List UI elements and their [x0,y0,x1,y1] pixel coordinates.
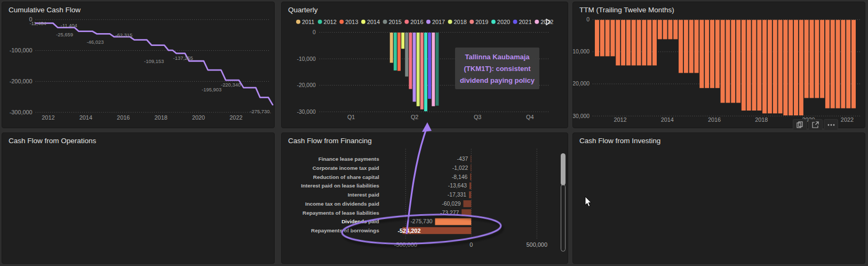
ttm-bar[interactable] [616,20,620,65]
copy-visual-icon[interactable] [793,119,807,130]
ttm-bar[interactable] [783,20,787,115]
more-options-icon[interactable] [824,119,838,130]
bar-2020[interactable] [424,33,427,111]
ttm-bar[interactable] [815,20,819,98]
ttm-bar[interactable] [762,20,767,113]
bar-1[interactable] [471,155,471,162]
ttm-bar[interactable] [799,20,803,115]
legend-item-2016[interactable]: 2016 [404,19,423,25]
bar-2[interactable] [471,165,471,171]
ttm-bar[interactable] [794,20,798,115]
ttm-bar[interactable] [851,20,856,108]
bar-2016[interactable] [409,33,412,89]
ttm-bar[interactable] [846,20,850,108]
ttm-bar[interactable] [673,20,678,39]
financing-hbar-chart[interactable]: Finance lease payments-437Corporate inco… [282,133,568,263]
legend-item-2013[interactable]: 2013 [339,19,358,25]
ttm-bar[interactable] [652,20,657,65]
ttm-bar[interactable] [789,20,793,115]
ttm-bar[interactable] [689,20,694,73]
bar-2019[interactable] [420,33,424,109]
cumulative-line-chart[interactable]: 0-100,000-200,000-300,000201220142016201… [2,2,274,128]
ttm-bar[interactable] [773,20,777,113]
ttm-bar[interactable] [841,20,845,108]
legend-item-2012[interactable]: 2012 [318,19,337,25]
ttm-bar[interactable] [731,20,735,103]
bar-2013[interactable] [397,33,401,71]
bar-2011[interactable] [390,33,393,63]
ttm-bar[interactable] [626,20,631,65]
ttm-bar[interactable] [757,20,761,111]
ttm-bar-chart[interactable]: 0-10,000-20,000-30,000201220142016201820… [573,2,865,128]
legend-item-2015[interactable]: 2015 [383,19,402,25]
bar-3[interactable] [470,174,471,181]
ttm-bar[interactable] [747,20,751,111]
quarterly-bars[interactable] [390,33,439,111]
ttm-bar[interactable] [647,20,651,65]
bar-6[interactable] [464,200,472,207]
ttm-bar[interactable] [715,20,720,88]
ttm-bar[interactable] [632,20,636,65]
ttm-bar[interactable] [600,20,604,56]
table-row[interactable]: Income tax on dividends paid-60,029 [305,200,471,207]
legend-item-2018[interactable]: 2018 [448,19,467,25]
ttm-bar[interactable] [768,20,772,113]
ttm-bar[interactable] [831,20,835,108]
bar-2021[interactable] [428,33,431,99]
legend-item-2011[interactable]: 2011 [296,19,314,25]
ttm-bar[interactable] [658,20,662,39]
ttm-bar[interactable] [621,20,625,65]
ttm-bar[interactable] [825,20,830,108]
bar-2012[interactable] [394,33,397,71]
ttm-bar[interactable] [642,20,646,65]
ttm-bar[interactable] [699,20,704,88]
bar-2017[interactable] [413,33,416,101]
legend-item-2017[interactable]: 2017 [426,19,445,25]
open-in-new-window-icon[interactable] [808,119,823,130]
ttm-bar[interactable] [736,20,740,103]
ttm-bar[interactable] [663,20,667,39]
ttm-bar[interactable] [721,20,725,103]
ttm-bar[interactable] [684,20,688,73]
bar-4[interactable] [469,182,471,189]
ttm-bar[interactable] [778,20,783,113]
table-row[interactable]: Finance lease payments-437 [318,155,472,162]
bar-2022[interactable] [432,33,435,106]
ttm-bar[interactable] [679,20,683,73]
ttm-bar[interactable] [752,20,756,111]
table-row[interactable]: Interest paid on lease liabilities-13,64… [301,182,471,189]
table-row[interactable]: Repayments of borrowings-524,202 [311,227,471,234]
legend-item-2019[interactable]: 2019 [469,19,488,25]
ttm-bar[interactable] [726,20,730,103]
ttm-bar[interactable] [610,20,615,56]
ttm-bars[interactable] [595,20,856,115]
bar-5[interactable] [469,191,471,198]
ttm-bar[interactable] [595,20,599,56]
table-row[interactable]: Corporate income tax paid-1,022 [313,165,472,171]
ttm-bar[interactable] [836,20,840,108]
table-row[interactable]: Repayments of lease liabilities-73,277 [302,209,471,216]
legend-item-2020[interactable]: 2020 [491,19,510,25]
ttm-bar[interactable] [668,20,672,39]
ttm-bar[interactable] [820,20,824,98]
ttm-bar[interactable] [694,20,698,73]
legend-item-2021[interactable]: 2021 [513,19,532,25]
bar-2023[interactable] [435,33,439,106]
ttm-bar[interactable] [809,20,814,98]
ttm-bar[interactable] [742,20,746,111]
ttm-bar[interactable] [710,20,714,88]
table-row[interactable]: Reduction of share capital-8,146 [313,174,471,181]
legend-item-2014[interactable]: 2014 [361,19,380,25]
bar-2018[interactable] [417,33,420,106]
table-row[interactable]: Dividends paid-275,730 [341,218,471,225]
table-row[interactable]: Interest paid-17,331 [348,191,471,198]
bar-2014[interactable] [401,33,404,49]
scrollbar-thumb[interactable] [561,153,566,185]
bar-8[interactable] [435,218,471,225]
ttm-bar[interactable] [637,20,641,65]
scrollbar-track[interactable] [561,184,566,252]
bar-7[interactable] [461,209,471,216]
ttm-bar[interactable] [606,20,610,56]
ttm-bar[interactable] [705,20,709,88]
bar-2015[interactable] [405,33,408,76]
